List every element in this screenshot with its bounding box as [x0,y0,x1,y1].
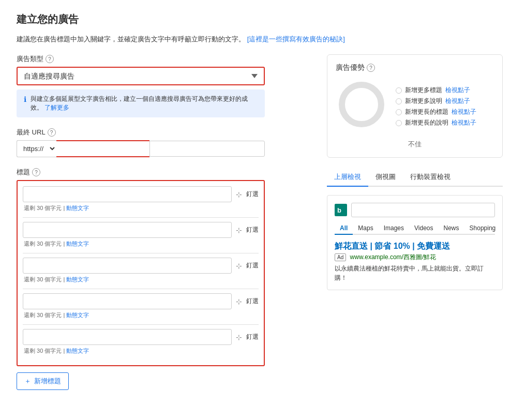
headline-input-1[interactable] [23,186,232,202]
pin-label-3[interactable]: 釘選 [246,261,259,270]
svg-point-0 [342,85,381,124]
url-main-input[interactable] [56,140,149,157]
dynamic-text-link-3[interactable]: 動態文字 [66,276,89,282]
pin-icon-1[interactable]: ⊹ [236,190,242,199]
preview-box: b All Maps Images Videos News Shopping 鮮… [327,195,503,290]
headline-input-2[interactable] [23,222,232,238]
bing-tab-shopping[interactable]: Shopping [464,222,501,234]
strength-circle [396,87,402,94]
page-description: 建議您在廣告標題中加入關鍵字，並確定廣告文字中有呼籲立即行動的文字。 [這裡是一… [17,35,509,44]
bing-tab-all[interactable]: All [335,222,353,235]
info-box: ℹ 與建立多個延展型文字廣告相比，建立一個自適應搜尋廣告可為您帶來更好的成效。 … [17,89,265,117]
svg-text:b: b [337,206,341,214]
tab-mobile-view[interactable]: 行動裝置檢視 [403,168,458,186]
ad-strength-title: 廣告優勢 ? [336,63,494,72]
right-panel: 廣告優勢 ? 新 [327,54,503,290]
pin-label-2[interactable]: 釘選 [246,226,259,234]
strength-link-1[interactable]: 檢視點子 [445,97,470,106]
bing-logo: b [335,203,495,217]
strength-circle [396,120,402,126]
add-headline-button[interactable]: ＋ 新增標題 [17,372,69,390]
ad-type-help-icon[interactable]: ? [46,55,54,63]
page-title: 建立您的廣告 [17,12,509,26]
learn-more-link[interactable]: 了解更多 [44,104,69,111]
headline-input-4[interactable] [23,293,232,309]
ad-preview-url: Ad www.example.com/西雅圖/鮮花 [335,253,495,262]
ad-badge: Ad [335,253,346,261]
char-info-3: 還剩 30 個字元 | 動態文字 [23,276,259,283]
ad-strength-box: 廣告優勢 ? 新 [327,54,503,158]
pin-label-1[interactable]: 釘選 [246,190,259,199]
char-info-5: 還剩 30 個字元 | 動態文字 [23,347,259,355]
strength-link-2[interactable]: 檢視點子 [452,108,476,116]
view-tabs: 上層檢視 側視圖 行動裝置檢視 [327,168,503,187]
url-help-icon[interactable]: ? [48,128,56,137]
strength-item: 新增更多標題 檢視點子 [396,86,476,95]
strength-link-3[interactable]: 檢視點子 [452,118,476,127]
headline-input-3[interactable] [23,258,232,274]
pin-icon-4[interactable]: ⊹ [236,297,242,306]
strength-link-0[interactable]: 檢視點子 [445,86,470,95]
ad-type-section: 廣告類型 ? [17,54,306,64]
dynamic-text-link-4[interactable]: 動態文字 [66,312,89,318]
char-info-1: 還剩 30 個字元 | 動態文字 [23,204,259,212]
bing-tabs: All Maps Images Videos News Shopping [335,222,495,235]
headline-row: ⊹ 釘選 [23,293,259,309]
strength-circle [396,98,402,104]
ad-type-select[interactable]: 自適應搜尋廣告 展延文字廣告 [17,67,265,85]
strength-items: 新增更多標題 檢視點子 新增更多說明 檢視點子 新增更長的標題 檢視點子 [396,86,476,129]
donut-chart [336,79,387,130]
strength-item: 新增更長的說明 檢視點子 [396,118,476,127]
bing-tab-maps[interactable]: Maps [353,222,378,234]
pin-label-5[interactable]: 釘選 [246,333,259,341]
strength-item: 新增更多說明 檢視點子 [396,97,476,106]
headline-group: ⊹ 釘選 還剩 30 個字元 | 動態文字 ⊹ 釘選 還剩 30 個字元 [17,180,265,366]
url-sub-input[interactable] [149,141,265,157]
info-icon: ℹ [24,95,26,103]
tab-top-view[interactable]: 上層檢視 [327,168,368,187]
dynamic-text-link-2[interactable]: 動態文字 [66,241,89,247]
url-section: 最終 URL ? https:// http:// [17,128,306,157]
headline-input-5[interactable] [23,329,232,345]
left-panel: 廣告類型 ? 自適應搜尋廣告 展延文字廣告 ℹ 與建立多個延展型文字廣告相比，建… [17,54,306,390]
tips-link[interactable]: [這裡是一些撰寫有效廣告的秘訣] [247,35,345,43]
bing-tab-videos[interactable]: Videos [409,222,438,234]
bing-icon: b [335,204,347,216]
headline-row: ⊹ 釘選 [23,258,259,274]
url-row: https:// http:// [17,140,265,157]
ad-preview-desc: 以永續農法種植的鮮花特賣中，馬上就能出貨。立即訂購！ [335,264,495,282]
headline-row: ⊹ 釘選 [23,329,259,345]
pin-icon-2[interactable]: ⊹ [236,226,242,234]
dynamic-text-link-1[interactable]: 動態文字 [66,205,89,211]
headline-help-icon[interactable]: ? [32,168,40,176]
bing-tab-news[interactable]: News [439,222,464,234]
strength-item: 新增更長的標題 檢視點子 [396,108,476,116]
pin-icon-3[interactable]: ⊹ [236,262,242,270]
pin-icon-5[interactable]: ⊹ [236,333,242,341]
plus-icon: ＋ [24,377,31,386]
pin-label-4[interactable]: 釘選 [246,297,259,306]
headline-row: ⊹ 釘選 [23,186,259,202]
char-info-4: 還剩 30 個字元 | 動態文字 [23,311,259,319]
headline-row: ⊹ 釘選 [23,222,259,238]
protocol-select[interactable]: https:// http:// [17,140,56,157]
bing-search-bar[interactable] [351,203,495,217]
bing-tab-images[interactable]: Images [379,222,409,234]
tab-side-view[interactable]: 側視圖 [368,168,403,186]
char-info-2: 還剩 30 個字元 | 動態文字 [23,240,259,248]
strength-circle [396,109,402,115]
dynamic-text-link-5[interactable]: 動態文字 [66,348,89,354]
strength-label: 不佳 [336,140,494,149]
ad-strength-help-icon[interactable]: ? [367,64,375,72]
ad-preview-title: 鮮花直送 | 節省 10% | 免費運送 [335,241,495,252]
headline-section: 標題 ? ⊹ 釘選 還剩 30 個字元 | 動態文字 [17,168,306,390]
